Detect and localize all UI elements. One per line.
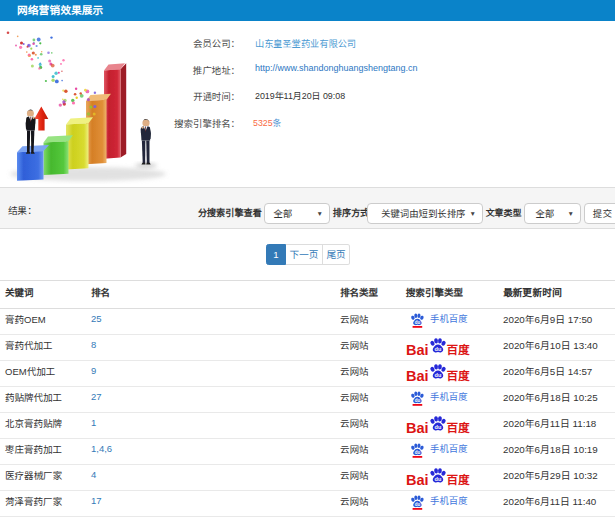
svg-text:du: du bbox=[415, 320, 421, 325]
svg-text:du: du bbox=[434, 476, 441, 482]
svg-text:du: du bbox=[415, 450, 421, 455]
svg-text:du: du bbox=[434, 424, 441, 430]
svg-text:du: du bbox=[434, 372, 441, 378]
svg-text:du: du bbox=[434, 346, 441, 352]
svg-text:du: du bbox=[415, 502, 421, 507]
svg-text:du: du bbox=[415, 398, 421, 403]
